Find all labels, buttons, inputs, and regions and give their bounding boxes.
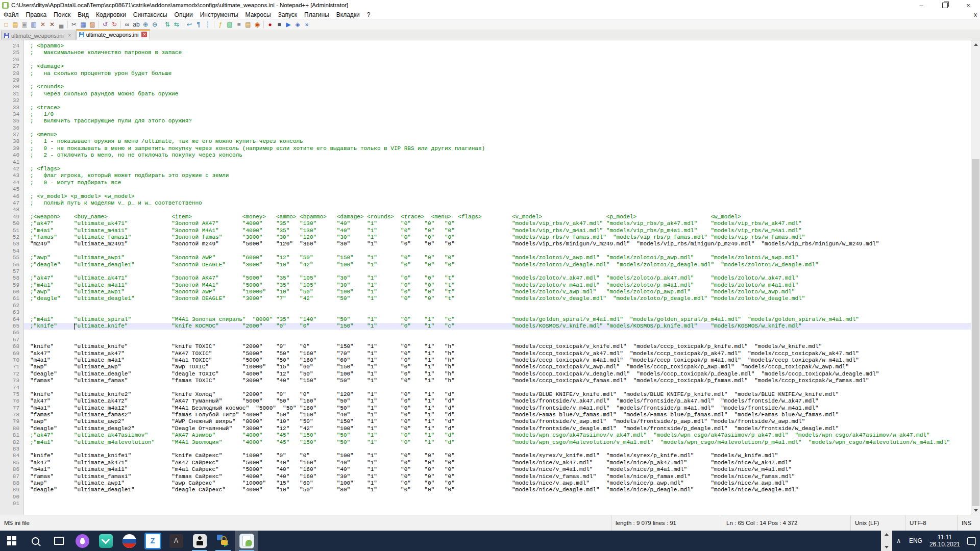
config-line[interactable]: "famas" "ultimate_famas" "famas TOXIC" "… — [24, 378, 971, 384]
comment-line[interactable]: ;"ak47" "ultimate_ak471" "Золотой AK47" … — [24, 275, 971, 282]
comment-line[interactable]: ;"awp" "ultimate_awp1" "Золотой AWP" "10… — [24, 289, 971, 295]
menu-item-13[interactable]: ? — [363, 11, 374, 18]
config-line[interactable]: "awp" "ultimate_awp1" "awp Сайрекс" "100… — [24, 480, 971, 487]
paste-icon[interactable]: ▨ — [88, 20, 97, 29]
blank-line[interactable] — [24, 207, 971, 213]
undo-icon[interactable]: ↺ — [101, 20, 110, 29]
minimize-button[interactable]: – — [910, 0, 933, 10]
comment-line[interactable]: ;"deagle" "ultimate_deagle1" "Золотой DE… — [24, 262, 971, 268]
comment-line[interactable]: ;<weapon> <buy_name> <item> <money> <amm… — [24, 214, 971, 220]
blank-line[interactable] — [24, 77, 971, 84]
document-map-icon[interactable]: ▧ — [225, 20, 234, 29]
comment-line[interactable]: ; 2 - отключить в меню, но не отключать … — [24, 152, 971, 159]
save-all-icon[interactable]: ▥ — [29, 20, 38, 29]
taskbar-app-purple-drop-button[interactable] — [70, 531, 94, 551]
config-line[interactable]: "knife" "ultimate_knife" "knife TOXIC" "… — [24, 343, 971, 350]
menu-item-2[interactable]: Правка — [22, 11, 51, 18]
comment-line[interactable]: ; 1/0 — [24, 111, 971, 118]
config-line[interactable]: "m249" "ultimate_m2491" "Золотой m249" "… — [24, 241, 971, 247]
monitoring-icon[interactable]: ◉ — [253, 20, 262, 29]
print-icon[interactable]: ▄ — [57, 20, 66, 29]
blank-line[interactable] — [24, 309, 971, 316]
config-line[interactable]: "knife" "ultimate_knife1" "knife Сайрекс… — [24, 453, 971, 459]
taskbar-search-button[interactable] — [23, 531, 47, 551]
indent-guide-icon[interactable]: ┆ — [203, 20, 212, 29]
comment-line[interactable]: ; флаг игрока, который может подбирать э… — [24, 172, 971, 179]
zoom-in-icon[interactable]: ⊕ — [141, 20, 150, 29]
config-line[interactable]: "m4a1" "ultimate_m4a11" "m4a1 Сайрекс" "… — [24, 466, 971, 473]
blank-line[interactable] — [24, 159, 971, 166]
menu-item-12[interactable]: Вкладки — [333, 11, 363, 18]
comment-line[interactable]: ;"m4a1" "ultimate_m4alevolution" "M4A1 Э… — [24, 439, 971, 446]
status-encoding[interactable]: UTF-8 — [905, 515, 957, 531]
notification-center-button[interactable] — [963, 531, 980, 551]
comment-line[interactable]: ;"deagle" "ultimate_deagle1" "Золотой DE… — [24, 295, 971, 302]
config-line[interactable]: "deagle" "ultimate_deagle1" "deagle Сайр… — [24, 487, 971, 493]
taskbar-app-counter-strike-button[interactable] — [188, 531, 211, 551]
comment-line[interactable]: ; полный путь к моделям v_ p_ и w_ соотв… — [24, 200, 971, 207]
status-eol-format[interactable]: Unix (LF) — [850, 515, 905, 531]
menu-item-5[interactable]: Кодировки — [92, 11, 130, 18]
blank-line[interactable] — [24, 268, 971, 275]
taskbar-app-teal-messenger-button[interactable] — [94, 531, 117, 551]
macro-save-icon[interactable]: ◈ — [293, 20, 302, 29]
menu-item-3[interactable]: Поиск — [50, 11, 74, 18]
close-button[interactable]: × — [957, 0, 980, 10]
comment-line[interactable]: ;"famas" "ultimate_famas1" "Золотой fama… — [24, 234, 971, 241]
comment-line[interactable]: ; <rounds> — [24, 84, 971, 90]
menu-item-10[interactable]: Запуск — [275, 11, 301, 18]
menu-item-1[interactable]: Файл — [0, 11, 22, 18]
tab-close-icon[interactable]: × — [67, 33, 72, 38]
blank-line[interactable] — [24, 186, 971, 193]
comment-line[interactable]: ; 0 - могут подбирать все — [24, 180, 971, 186]
comment-line[interactable]: ;"m4a1" "ultimate_spiral" "M4A1 Золотая … — [24, 316, 971, 323]
folder-as-workspace-icon[interactable]: ▤ — [243, 20, 253, 29]
menu-item-11[interactable]: Плагины — [301, 11, 333, 18]
config-line[interactable]: "knife" "ultimate_knife2" "knife Холод" … — [24, 391, 971, 398]
comment-line[interactable]: ; 1 - показывает оружия в меню /ultimate… — [24, 138, 971, 145]
comment-line[interactable]: ;"awp" "ultimate_awp1" "Золотой AWP" "60… — [24, 255, 971, 261]
menu-item-7[interactable]: Опции — [171, 11, 197, 18]
config-line[interactable]: "famas" "ultimate_famas2" "famas Голубой… — [24, 412, 971, 418]
zoom-out-icon[interactable]: ⊖ — [150, 20, 159, 29]
taskbar-app-russian-flag-button[interactable] — [117, 531, 141, 551]
comment-line[interactable]: ; <trace> — [24, 105, 971, 111]
maximize-button[interactable] — [933, 0, 957, 10]
macro-run-multiple-icon[interactable]: » — [302, 20, 311, 29]
open-file-icon[interactable]: ▤ — [11, 20, 20, 29]
config-line[interactable]: "famas" "ultimate_famas1" "famas Сайрекс… — [24, 473, 971, 480]
new-file-icon[interactable]: □ — [2, 20, 11, 29]
macro-play-icon[interactable]: ▶ — [284, 20, 293, 29]
copy-icon[interactable]: ▦ — [79, 20, 88, 29]
code-area[interactable]: ; <bpammo>; максимальное количество патр… — [24, 40, 971, 515]
replace-icon[interactable]: ab — [132, 20, 141, 29]
blank-line[interactable] — [24, 494, 971, 500]
comment-line[interactable]: ; через сколько раундов можно брать оруж… — [24, 91, 971, 97]
comment-line[interactable]: ; <flags> — [24, 166, 971, 172]
tab-1[interactable]: ultimate_weapons.ini× — [1, 31, 76, 40]
menu-item-6[interactable]: Синтаксисы — [130, 11, 171, 18]
blank-line[interactable] — [24, 446, 971, 453]
blank-line[interactable] — [24, 330, 971, 336]
config-line[interactable]: "deagle" "ultimate_deagle" "deagle TOXIC… — [24, 371, 971, 378]
blank-line[interactable] — [24, 125, 971, 132]
document-list-icon[interactable]: ≡ — [234, 20, 243, 29]
clock[interactable]: 11:11 26.10.2021 — [926, 531, 963, 551]
config-line[interactable]: "awp" "ultimate_awp2" "AWP Снежный вихрь… — [24, 418, 971, 425]
blank-line[interactable] — [24, 500, 971, 507]
config-line[interactable]: "awp" "ultimate_awp" "awp TOXIC" "10000"… — [24, 364, 971, 370]
config-line[interactable]: "deagle" "ultimate_deagle2" "Deagle Отча… — [24, 425, 971, 432]
comment-line[interactable]: ;"m4a1" "ultimate_m4a11" "Золотой M4A1" … — [24, 282, 971, 289]
cut-icon[interactable]: ✂ — [69, 20, 79, 29]
start-button[interactable] — [0, 531, 23, 551]
config-line[interactable]: "m4a1" "ultimate_m4a12" "M4A1 Безлюдный … — [24, 405, 971, 412]
blank-line[interactable] — [24, 385, 971, 391]
comment-line[interactable]: ;"m4a1" "ultimate_m4a11" "Золотой M4A1" … — [24, 228, 971, 234]
comment-line[interactable]: ; <v_model> <p_model> <w_model> — [24, 193, 971, 200]
word-wrap-icon[interactable]: ↩ — [185, 20, 194, 29]
task-view-button[interactable] — [47, 531, 70, 551]
comment-line[interactable]: ; <menu> — [24, 132, 971, 138]
taskbar-app-notepadpp-button[interactable] — [235, 531, 258, 551]
vertical-scrollbar[interactable] — [971, 40, 980, 515]
blank-line[interactable] — [24, 248, 971, 255]
